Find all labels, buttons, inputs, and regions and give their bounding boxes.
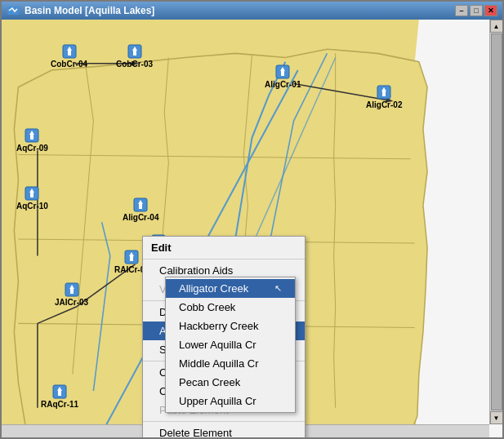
station-icon-cobcr03 (127, 44, 142, 59)
menu-header-edit: Edit (143, 238, 305, 257)
window-controls: – □ ✕ (455, 5, 497, 16)
station-icon-raicr03 (124, 250, 139, 264)
app-icon (7, 4, 20, 17)
svg-rect-40 (70, 289, 74, 294)
title-bar-title: Basin Model [Aquilla Lakes] (7, 4, 154, 17)
station-aligcr02: AligCr-02 (366, 85, 402, 109)
main-window: Basin Model [Aquilla Lakes] – □ ✕ (0, 0, 504, 439)
window-title: Basin Model [Aquilla Lakes] (25, 5, 154, 16)
submenu-assign-to-zone: Alligator Creek ↖ Cobb Creek Hackberry C… (165, 277, 296, 413)
svg-rect-22 (382, 91, 386, 96)
svg-rect-16 (133, 51, 136, 55)
station-aqcr10: AqCr-10 (16, 186, 48, 211)
station-icon-cobcr04 (62, 44, 77, 59)
station-jaicr03: JAICr-03 (55, 282, 88, 307)
svg-rect-25 (30, 135, 33, 140)
submenu-item-upper-aquilla[interactable]: Upper Aquilla Cr (166, 392, 295, 410)
station-icon-raqcr11 (52, 384, 67, 399)
minimize-button[interactable]: – (455, 5, 468, 16)
scroll-down-button[interactable]: ▼ (490, 411, 503, 424)
station-icon-jaicr03 (65, 282, 79, 297)
submenu-item-lower-aquilla[interactable]: Lower Aquilla Cr (166, 335, 295, 354)
menu-sep3 (143, 421, 305, 422)
menu-item-delete-element[interactable]: Delete Element (143, 423, 305, 437)
svg-rect-46 (58, 391, 61, 396)
submenu-item-alligator-creek[interactable]: Alligator Creek ↖ (166, 279, 295, 298)
cursor-indicator: ↖ (274, 283, 282, 294)
map-area[interactable]: CobCr-04 CobCr-03 AligCr-01 (2, 20, 502, 437)
station-aligcr01: AligCr-01 (265, 64, 301, 89)
submenu-item-hackberry-creek[interactable]: Hackberry Creek (166, 317, 295, 335)
station-icon-aligcr02 (377, 85, 391, 100)
menu-sep-after-header (143, 259, 305, 259)
station-icon-aligcr04 (133, 197, 148, 212)
station-cobcr03: CobCr-03 (116, 44, 153, 69)
svg-rect-13 (68, 51, 71, 55)
station-aligcr04: AligCr-04 (123, 197, 158, 222)
station-icon-aqcr10 (25, 186, 39, 201)
svg-rect-37 (130, 256, 133, 261)
submenu-item-pecan-creek[interactable]: Pecan Creek (166, 373, 295, 392)
scroll-up-button[interactable]: ▲ (490, 20, 503, 33)
close-button[interactable]: ✕ (484, 5, 497, 16)
maximize-button[interactable]: □ (470, 5, 483, 16)
station-cobcr04: CobCr-04 (51, 44, 87, 69)
station-icon-aligcr01 (275, 64, 290, 79)
scrollbar-vertical[interactable]: ▲ ▼ (489, 20, 502, 424)
station-icon-aqcr09 (25, 128, 39, 143)
station-aqcr09: AqCr-09 (16, 128, 48, 153)
station-raqcr11: RAqCr-11 (41, 384, 78, 409)
submenu-item-middle-aquilla[interactable]: Middle Aquilla Cr (166, 354, 295, 373)
svg-rect-19 (281, 71, 284, 76)
scroll-thumb-vertical[interactable] (491, 33, 502, 410)
svg-rect-28 (30, 193, 33, 197)
svg-rect-31 (139, 204, 142, 209)
title-bar: Basin Model [Aquilla Lakes] – □ ✕ (2, 2, 502, 20)
submenu-item-cobb-creek[interactable]: Cobb Creek (166, 298, 295, 317)
